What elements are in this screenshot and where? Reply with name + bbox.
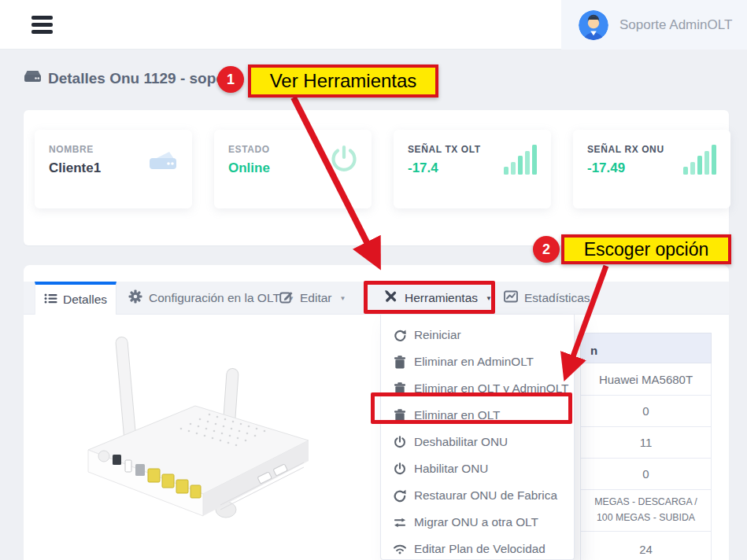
annotation-label-1: Ver Herramientas: [248, 64, 438, 98]
herramientas-dropdown-menu: Reiniciar Eliminar en AdminOLT Eliminar …: [380, 315, 575, 560]
chevron-down-icon: ▼: [486, 295, 492, 302]
menu-item-label: Eliminar en OLT y AdminOLT: [414, 381, 568, 396]
stat-card-estado: ESTADO Online: [214, 130, 372, 208]
table-cell: 24: [580, 532, 712, 560]
tab-label: Estadísticas: [524, 291, 590, 305]
menu-item-label: Editar Plan de Velocidad: [414, 542, 545, 556]
edit-icon: [279, 290, 294, 307]
restore-icon: [393, 489, 407, 503]
menu-item-editar-plan[interactable]: Editar Plan de Velocidad: [381, 536, 574, 560]
chevron-down-icon: ▼: [340, 295, 346, 302]
menu-item-label: Deshabilitar ONU: [414, 435, 508, 449]
tab-label: Configuración en la OLT: [149, 291, 280, 305]
table-cell-plan: MEGAS - DESCARGA / 100 MEGAS - SUBIDA: [580, 490, 712, 532]
menu-item-deshabilitar-onu[interactable]: Deshabilitar ONU: [381, 429, 574, 455]
page-title: Detalles Onu 1129 - soporte: [48, 70, 244, 87]
tab-estadisticas[interactable]: Estadísticas: [504, 282, 590, 315]
user-name: Soporte AdminOLT: [619, 17, 732, 33]
tab-detalles[interactable]: Detalles: [35, 282, 116, 315]
menu-item-eliminar-olt[interactable]: Eliminar en OLT: [381, 402, 574, 429]
onu-info-table: n Huawei MA5680T 0 11 0 MEGAS - DESCARGA…: [580, 333, 712, 560]
menu-item-label: Reiniciar: [414, 328, 461, 342]
chart-icon: [504, 290, 518, 306]
transfer-icon: [393, 517, 407, 529]
table-cell: 0: [580, 459, 712, 490]
table-cell: 0: [580, 396, 712, 427]
router-icon: [145, 149, 179, 175]
power-icon: [393, 436, 407, 449]
badge-number: 1: [227, 72, 235, 88]
menu-item-migrar-onu[interactable]: Migrar ONU a otra OLT: [381, 509, 574, 536]
table-cell-olt-model: Huawei MA5680T: [580, 363, 712, 396]
signal-bars-icon: [682, 142, 718, 180]
stat-card-nombre: NOMBRE Cliente1: [35, 130, 192, 208]
menu-item-reiniciar[interactable]: Reiniciar: [381, 322, 574, 348]
annotation-label-2: Escoger opción: [561, 234, 731, 264]
tools-icon: [383, 289, 398, 307]
menu-item-habilitar-onu[interactable]: Habilitar ONU: [381, 455, 574, 482]
stat-card-senal-rx: SEÑAL RX ONU -17.49: [573, 130, 730, 208]
avatar: [579, 10, 608, 40]
menu-item-eliminar-olt-adminolt[interactable]: Eliminar en OLT y AdminOLT: [381, 375, 574, 402]
onu-product-image: [63, 330, 331, 554]
tab-configuracion-olt[interactable]: Configuración en la OLT ▼: [128, 282, 294, 315]
menu-item-label: Eliminar en AdminOLT: [414, 355, 534, 369]
tab-herramientas[interactable]: Herramientas ▼: [383, 282, 492, 315]
step-badge-2: 2: [533, 236, 560, 263]
badge-number: 2: [542, 241, 550, 258]
wifi-icon: [393, 543, 407, 554]
menu-item-label: Habilitar ONU: [414, 462, 488, 476]
tab-label: Editar: [300, 291, 332, 305]
trash-icon: [393, 382, 407, 396]
step-badge-1: 1: [217, 66, 244, 93]
menu-item-label: Eliminar en OLT: [414, 408, 500, 422]
tab-editar[interactable]: Editar ▼: [279, 282, 346, 315]
tab-label: Detalles: [63, 293, 107, 307]
refresh-icon: [393, 329, 407, 342]
tab-strip: Detalles: [24, 282, 729, 315]
table-cell: 11: [580, 427, 712, 459]
menu-item-label: Migrar ONU a otra OLT: [414, 515, 538, 529]
top-navbar: Soporte AdminOLT: [0, 0, 747, 50]
annotation-text: Ver Herramientas: [270, 70, 417, 92]
signal-bars-icon: [502, 142, 538, 180]
menu-item-eliminar-adminolt[interactable]: Eliminar en AdminOLT: [381, 348, 574, 375]
onu-icon: [24, 69, 42, 88]
menu-toggle-icon[interactable]: [31, 16, 53, 37]
menu-item-restaurar-onu[interactable]: Restaurar ONU de Fabrica: [381, 482, 574, 509]
trash-icon: [393, 409, 407, 422]
list-icon: [44, 293, 57, 308]
gear-icon: [128, 289, 142, 307]
trash-icon: [393, 356, 407, 369]
tab-label: Herramientas: [405, 291, 478, 305]
power-icon: [329, 144, 359, 179]
menu-item-label: Restaurar ONU de Fabrica: [414, 488, 557, 503]
breadcrumb: Detalles Onu 1129 - soporte: [24, 69, 244, 88]
user-menu[interactable]: Soporte AdminOLT: [561, 0, 747, 50]
stat-card-senal-tx: SEÑAL TX OLT -17.4: [394, 130, 551, 208]
power-icon: [393, 462, 407, 476]
annotation-text: Escoger opción: [584, 239, 709, 260]
table-header: n: [580, 333, 712, 363]
